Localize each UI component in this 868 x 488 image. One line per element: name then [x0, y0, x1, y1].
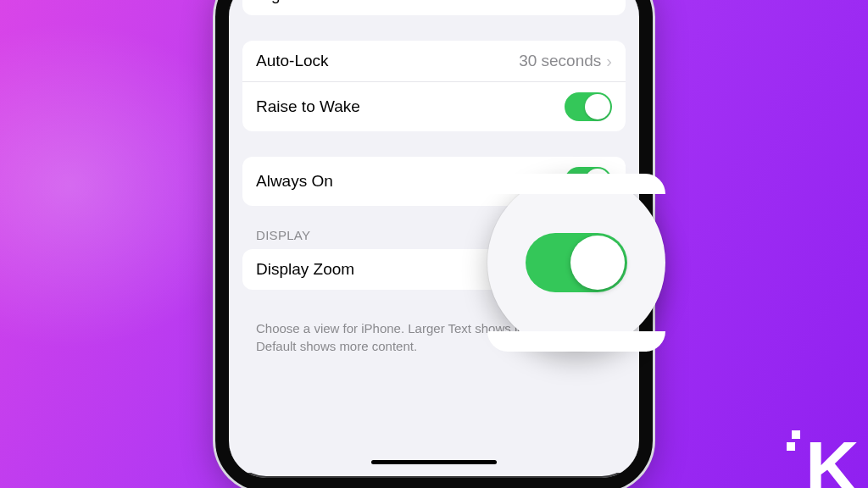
group-lock-wake: Auto-Lock 30 seconds › Raise to Wake	[242, 41, 626, 131]
svg-rect-0	[792, 430, 800, 439]
svg-text:K: K	[805, 425, 859, 488]
auto-lock-label: Auto-Lock	[256, 52, 329, 70]
raise-to-wake-label: Raise to Wake	[256, 97, 360, 116]
auto-lock-value: 30 seconds	[519, 52, 601, 70]
always-on-label: Always On	[256, 172, 333, 191]
night-shift-value-wrap: Off ›	[580, 0, 612, 4]
always-on-toggle-magnified	[526, 233, 627, 292]
night-shift-label: Night Shift	[256, 0, 331, 4]
chevron-right-icon: ›	[606, 0, 612, 3]
k-logo-icon: K	[787, 419, 863, 488]
group-night-shift: Night Shift Off ›	[242, 0, 626, 15]
raise-to-wake-toggle[interactable]	[565, 92, 612, 121]
display-zoom-label: Display Zoom	[256, 260, 354, 279]
chevron-right-icon: ›	[606, 53, 612, 69]
auto-lock-value-wrap: 30 seconds ›	[519, 52, 612, 70]
row-raise-to-wake: Raise to Wake	[242, 81, 626, 131]
svg-rect-1	[787, 442, 795, 451]
magnifier-highlight	[487, 174, 665, 352]
toggle-knob	[570, 236, 625, 290]
night-shift-value: Off	[580, 0, 601, 4]
row-auto-lock[interactable]: Auto-Lock 30 seconds ›	[242, 41, 626, 81]
home-indicator[interactable]	[371, 460, 497, 464]
row-night-shift[interactable]: Night Shift Off ›	[242, 0, 626, 15]
toggle-knob	[585, 94, 610, 119]
